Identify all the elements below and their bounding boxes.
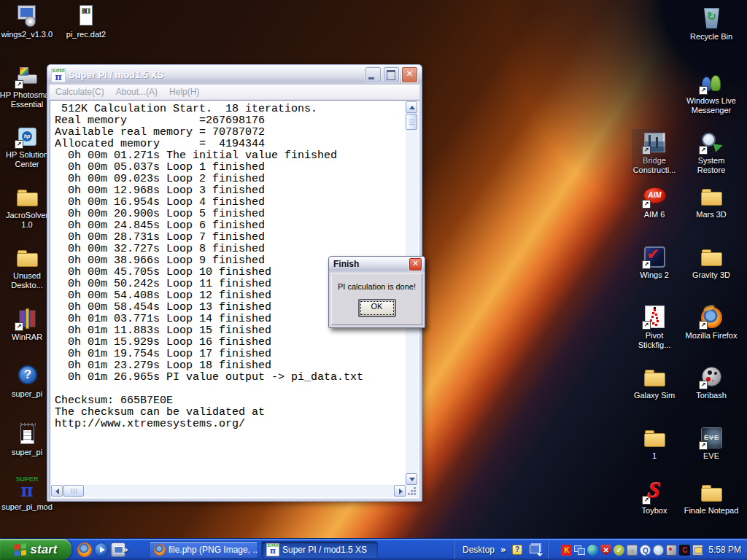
scroll-up-button[interactable] xyxy=(406,101,417,113)
firefox-quicklaunch-icon[interactable] xyxy=(77,542,92,557)
eve-icon: ↗ xyxy=(699,425,724,450)
kodak-tray-icon[interactable]: K xyxy=(561,545,572,556)
desktop-icon-system-restore[interactable]: ↗SystemRestore xyxy=(684,130,739,175)
dialog-close-button[interactable] xyxy=(409,257,422,271)
copyright-tray-icon[interactable]: C xyxy=(679,545,690,556)
toolbar-caret-icon[interactable] xyxy=(537,553,543,556)
folder-icon xyxy=(699,244,724,269)
icon-label: Wings 2 xyxy=(627,271,682,280)
horizontal-scrollbar[interactable] xyxy=(51,485,406,497)
menu-about-a[interactable]: About...(A) xyxy=(110,85,163,99)
desktop-toolbar-label[interactable]: Desktop xyxy=(462,539,495,560)
resize-grip[interactable] xyxy=(406,485,418,497)
icon-label: 1 xyxy=(627,451,682,461)
icon-label: pi_rec.dat2 xyxy=(58,30,114,39)
icon-label: EVE xyxy=(684,451,739,461)
windows-flag-icon xyxy=(15,543,27,556)
superpi-app-icon: SUPERπ xyxy=(51,68,66,82)
help-icon xyxy=(15,363,39,388)
window-list-icon[interactable] xyxy=(530,545,540,553)
desktop-icon-eve[interactable]: ↗EVE xyxy=(684,425,739,461)
restore-icon: ↗ xyxy=(699,130,724,155)
datafile-icon xyxy=(74,4,98,28)
icon-label: AIM 6 xyxy=(627,210,682,219)
minimize-button[interactable] xyxy=(365,66,382,83)
network-tray-icon[interactable] xyxy=(574,545,585,556)
icon-label: Toybox xyxy=(627,506,682,516)
superpi-icon: SUPERπ xyxy=(15,476,39,501)
folder-icon xyxy=(699,184,724,209)
messenger-tray-icon[interactable] xyxy=(653,545,664,556)
superpi-menubar: Calculate(C)About...(A)Help(H) xyxy=(50,85,419,100)
taskbar-button-file-php-png-image[interactable]: file.php (PNG Image, ... xyxy=(149,541,258,559)
icon-label: SystemRestore xyxy=(684,156,739,175)
winrar-icon: ↗ xyxy=(15,306,39,331)
desktop-icon-wings-2[interactable]: ↗Wings 2 xyxy=(627,244,682,280)
start-label: start xyxy=(31,539,58,560)
desktop-icon-1[interactable]: 1 xyxy=(627,425,682,461)
desktop-icon-gravity-3d[interactable]: Gravity 3D xyxy=(684,244,739,280)
quick-launch-overflow-chevron[interactable]: » xyxy=(123,539,128,560)
dialog-message: PI calculation is done! xyxy=(332,282,422,292)
desktop-icon-finale-notepad[interactable]: Finale Notepad xyxy=(684,480,739,516)
scroll-right-button[interactable] xyxy=(394,485,406,497)
menu-calculate-c[interactable]: Calculate(C) xyxy=(50,85,110,99)
menu-help-h[interactable]: Help(H) xyxy=(163,85,205,99)
globe-tray-icon[interactable] xyxy=(587,545,598,556)
scroll-left-button[interactable] xyxy=(51,485,63,497)
ok-button[interactable]: OK xyxy=(358,299,396,317)
folder-icon xyxy=(15,184,39,209)
desktop-toolbar-chevron[interactable]: » xyxy=(500,539,506,560)
package-tray-icon[interactable]: ↑ xyxy=(627,545,638,556)
finish-dialog-titlebar[interactable]: Finish xyxy=(329,257,425,272)
hp-icon: ↗ xyxy=(15,124,39,149)
shortcut-arrow-icon: ↗ xyxy=(642,200,651,209)
bridge-icon: ↗ xyxy=(642,130,667,155)
start-button[interactable]: start xyxy=(0,539,71,560)
media-player-quicklaunch-icon[interactable] xyxy=(94,542,109,557)
textfile-icon xyxy=(15,421,39,446)
finish-dialog: Finish PI calculation is done! OK xyxy=(328,256,425,328)
recycle-icon xyxy=(699,6,724,31)
help-icon[interactable]: ? xyxy=(512,545,522,555)
wings-icon: ↗ xyxy=(642,244,667,269)
shortcut-arrow-icon: ↗ xyxy=(699,86,708,95)
folder-icon xyxy=(642,425,667,450)
icon-label: PivotStickfig... xyxy=(627,331,682,350)
close-button[interactable] xyxy=(401,66,418,83)
finish-dialog-body: PI calculation is done! OK xyxy=(331,273,422,325)
toybox-icon: ↗ xyxy=(642,480,667,505)
system-tray: K✕✓↑QC5:58 PM xyxy=(557,539,747,560)
desktop-icon-mozilla-firefox[interactable]: ↗Mozilla Firefox xyxy=(684,305,739,341)
desktop-icon-recycle-bin[interactable]: Recycle Bin xyxy=(684,6,739,42)
desktop-icon-wings2-v1-3-0[interactable]: wings2_v1.3.0 xyxy=(0,4,55,39)
horizontal-scroll-thumb[interactable] xyxy=(63,485,84,497)
shortcut-arrow-icon: ↗ xyxy=(642,321,651,330)
superpi-titlebar[interactable]: SUPERπ Super PI / mod1.5 XS xyxy=(47,65,422,85)
vertical-scroll-thumb[interactable] xyxy=(406,114,417,130)
taskbar-button-super-pi-mod1-5-xs[interactable]: SUPERπSuper PI / mod1.5 XS xyxy=(261,541,378,559)
quicktime-tray-icon[interactable]: Q xyxy=(640,545,651,556)
icon-label: Mars 3D xyxy=(684,210,739,219)
desktop-icon-toribash[interactable]: ↗Toribash xyxy=(684,365,739,400)
desktop-icon-pi-rec-dat2[interactable]: pi_rec.dat2 xyxy=(58,4,114,39)
badge-tray-icon[interactable]: ✓ xyxy=(614,545,624,556)
desktop-icon-mars-3d[interactable]: Mars 3D xyxy=(684,184,739,219)
shortcut-arrow-icon: ↗ xyxy=(699,441,708,450)
scroll-down-button[interactable] xyxy=(406,473,417,485)
desktop-icon-galaxy-sim[interactable]: Galaxy Sim xyxy=(627,365,682,400)
desktop-icon-bridge-constructi[interactable]: ↗BridgeConstructi... xyxy=(627,130,682,175)
desktop-icon-toybox[interactable]: ↗Toybox xyxy=(627,480,682,516)
display-tray-icon[interactable] xyxy=(692,545,703,556)
folder-icon xyxy=(642,365,667,389)
icon-label: Toribash xyxy=(684,391,739,400)
security-tray-icon[interactable]: ✕ xyxy=(600,545,611,556)
desktop-icon-aim-6[interactable]: ↗AIM 6 xyxy=(627,184,682,219)
desktop-icon-windows-live-messenger[interactable]: ↗Windows LiveMessenger xyxy=(684,70,739,115)
maximize-button[interactable] xyxy=(383,66,400,83)
shortcut-arrow-icon: ↗ xyxy=(699,381,708,389)
tablet-tray-icon[interactable] xyxy=(666,545,677,556)
superpi-icon: SUPERπ xyxy=(266,543,279,556)
desktop-icon-pivot-stickfig[interactable]: ↗PivotStickfig... xyxy=(627,305,682,350)
toolbar-divider xyxy=(454,541,455,559)
